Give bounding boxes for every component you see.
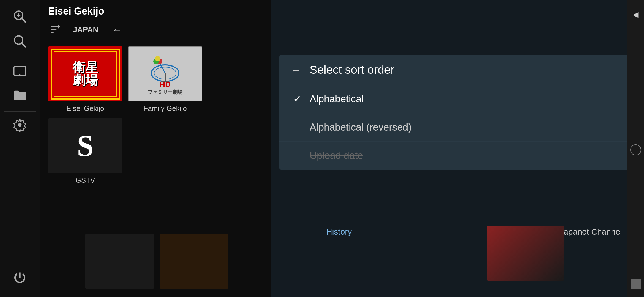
sidebar-divider-1 bbox=[4, 57, 36, 57]
family-hd-label: HD bbox=[160, 80, 171, 89]
sidebar-item-power[interactable] bbox=[9, 267, 31, 289]
channel-grid: 衛星劇場 Eisei Gekijo bbox=[40, 44, 271, 187]
eisei-kanji-text: 衛星劇場 bbox=[73, 61, 98, 87]
sidebar-item-search-alt[interactable] bbox=[9, 30, 31, 52]
eisei-inner: 衛星劇場 bbox=[54, 51, 117, 97]
channel-name-family: Family Gekijo bbox=[143, 104, 187, 113]
scroll-circle-button[interactable] bbox=[630, 144, 641, 155]
svg-rect-6 bbox=[14, 67, 26, 76]
family-subtitle: ファミリー劇場 bbox=[148, 89, 182, 95]
sidebar bbox=[0, 0, 40, 297]
sort-option-label-1: Alphabetical bbox=[310, 93, 364, 105]
second-row bbox=[80, 226, 271, 297]
sort-header: ← Select sort order bbox=[279, 55, 636, 85]
sidebar-item-tv[interactable] bbox=[9, 60, 31, 82]
svg-point-4 bbox=[15, 36, 23, 44]
channel-thumb-gstv: S bbox=[48, 118, 122, 173]
bottom-thumb-2[interactable] bbox=[160, 234, 228, 289]
scroll-left-button[interactable]: ◀ bbox=[630, 8, 642, 21]
back-button[interactable]: ← bbox=[110, 21, 125, 38]
satellite-dish-icon bbox=[147, 53, 183, 83]
sort-dropdown: ← Select sort order ✓ Alphabetical ✓ Alp… bbox=[279, 55, 636, 170]
sort-no-check-1: ✓ bbox=[293, 122, 304, 133]
sidebar-item-settings[interactable] bbox=[9, 114, 31, 136]
channel-name-eisei: Eisei Gekijo bbox=[66, 104, 104, 113]
family-inner: HD ファミリー劇場 bbox=[147, 53, 183, 95]
japanet-label: Japanet Channel bbox=[560, 227, 622, 237]
nav-bar: JAPAN ← bbox=[40, 20, 271, 44]
channel-thumb-family: HD ファミリー劇場 bbox=[128, 46, 202, 101]
svg-point-20 bbox=[155, 56, 160, 61]
sort-option-upload-date[interactable]: ✓ Upload date bbox=[279, 142, 636, 170]
right-panel: ← Select sort order ✓ Alphabetical ✓ Alp… bbox=[271, 0, 644, 297]
svg-point-9 bbox=[18, 123, 22, 127]
history-label: History bbox=[326, 227, 352, 237]
channel-item-gstv[interactable]: S GSTV bbox=[48, 118, 122, 185]
channel-item-family[interactable]: HD ファミリー劇場 Family Gekijo bbox=[128, 46, 202, 113]
sidebar-item-search[interactable] bbox=[9, 6, 31, 28]
bottom-thumb-1[interactable] bbox=[85, 234, 154, 289]
channel-thumb-eisei: 衛星劇場 bbox=[48, 46, 122, 101]
sort-option-label-3: Upload date bbox=[310, 150, 363, 161]
sort-option-alphabetical-reversed[interactable]: ✓ Alphabetical (reversed) bbox=[279, 113, 636, 142]
gstv-letter: S bbox=[77, 128, 94, 163]
svg-line-5 bbox=[22, 43, 26, 47]
header: Eisei Gekijo bbox=[40, 0, 271, 20]
sidebar-item-folder[interactable] bbox=[9, 84, 31, 106]
main-content: Eisei Gekijo JAPAN ← 衛星劇場 Eise bbox=[40, 0, 271, 297]
sidebar-divider-2 bbox=[4, 111, 36, 112]
page-title: Eisei Gekijo bbox=[48, 6, 104, 17]
eisei-border: 衛星劇場 bbox=[51, 49, 120, 100]
channel-item-eisei[interactable]: 衛星劇場 Eisei Gekijo bbox=[48, 46, 122, 113]
country-label: JAPAN bbox=[73, 25, 99, 34]
sort-option-alphabetical[interactable]: ✓ Alphabetical bbox=[279, 85, 636, 113]
sort-no-check-2: ✓ bbox=[293, 150, 304, 161]
sort-checkmark: ✓ bbox=[293, 93, 304, 105]
svg-line-1 bbox=[22, 18, 26, 23]
sort-dialog-title: Select sort order bbox=[310, 63, 394, 76]
channel-name-gstv: GSTV bbox=[76, 176, 95, 185]
history-preview-thumb[interactable] bbox=[487, 226, 564, 280]
sort-back-button[interactable]: ← bbox=[290, 64, 301, 76]
scroll-controls: ◀ bbox=[627, 0, 644, 297]
sort-option-label-2: Alphabetical (reversed) bbox=[310, 122, 411, 133]
scroll-square-button[interactable] bbox=[631, 279, 641, 289]
sort-icon[interactable] bbox=[48, 23, 62, 37]
